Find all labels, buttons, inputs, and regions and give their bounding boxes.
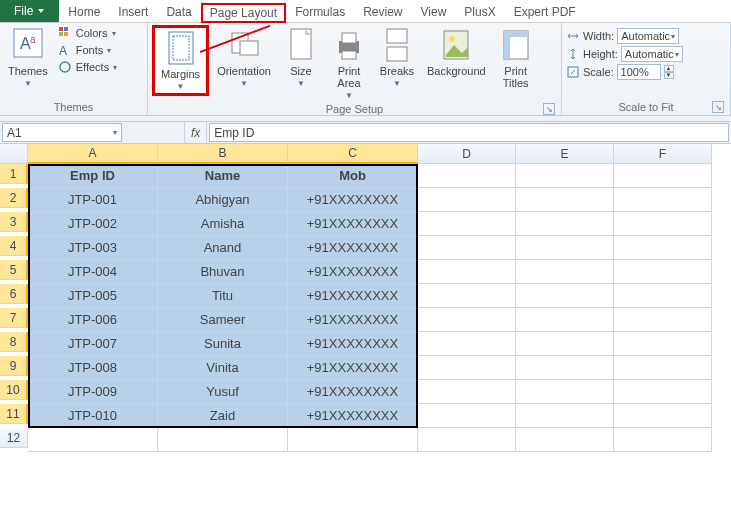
cell[interactable]: Vinita	[158, 356, 288, 380]
row-header[interactable]: 9	[0, 356, 28, 376]
cell[interactable]	[516, 428, 614, 452]
cell[interactable]: JTP-002	[28, 212, 158, 236]
cell[interactable]	[418, 164, 516, 188]
cell[interactable]	[516, 332, 614, 356]
cell[interactable]: JTP-004	[28, 260, 158, 284]
cell[interactable]: Sameer	[158, 308, 288, 332]
cell[interactable]	[516, 284, 614, 308]
fonts-button[interactable]: AFonts▾	[56, 42, 119, 58]
row-header[interactable]: 11	[0, 404, 28, 424]
spreadsheet-grid[interactable]: ABCDEF1Emp IDNameMob2JTP-001Abhigyan+91X…	[0, 144, 731, 452]
tab-page-layout[interactable]: Page Layout	[201, 3, 286, 23]
cell[interactable]	[418, 188, 516, 212]
cell[interactable]: Emp ID	[28, 164, 158, 188]
row-header[interactable]: 10	[0, 380, 28, 400]
cell[interactable]: +91XXXXXXXX	[288, 404, 418, 428]
themes-button[interactable]: Aa Themes ▼	[4, 25, 52, 90]
effects-button[interactable]: Effects▾	[56, 59, 119, 75]
cell[interactable]: Mob	[288, 164, 418, 188]
cell[interactable]	[418, 428, 516, 452]
scale-spinner[interactable]: ▲▼	[664, 65, 674, 79]
row-header[interactable]: 6	[0, 284, 28, 304]
cell[interactable]: Anand	[158, 236, 288, 260]
cell[interactable]	[614, 356, 712, 380]
tab-review[interactable]: Review	[354, 2, 411, 22]
formula-input[interactable]: Emp ID	[209, 123, 729, 142]
background-button[interactable]: Background	[423, 25, 490, 79]
cell[interactable]: Abhigyan	[158, 188, 288, 212]
col-header[interactable]: C	[288, 144, 418, 164]
row-header[interactable]: 5	[0, 260, 28, 280]
colors-button[interactable]: Colors▾	[56, 25, 119, 41]
row-header[interactable]: 2	[0, 188, 28, 208]
cell[interactable]	[418, 356, 516, 380]
fx-button[interactable]: fx	[184, 122, 207, 143]
cell[interactable]	[614, 260, 712, 284]
cell[interactable]: JTP-007	[28, 332, 158, 356]
cell[interactable]: JTP-006	[28, 308, 158, 332]
cell[interactable]	[614, 332, 712, 356]
cell[interactable]: Yusuf	[158, 380, 288, 404]
col-header[interactable]: E	[516, 144, 614, 164]
cell[interactable]: +91XXXXXXXX	[288, 236, 418, 260]
cell[interactable]: Zaid	[158, 404, 288, 428]
row-header[interactable]: 1	[0, 164, 28, 184]
cell[interactable]	[516, 404, 614, 428]
cell[interactable]	[418, 380, 516, 404]
width-field[interactable]: Automatic▾	[617, 28, 679, 44]
cell[interactable]	[418, 236, 516, 260]
cell[interactable]	[418, 260, 516, 284]
col-header[interactable]: D	[418, 144, 516, 164]
tab-formulas[interactable]: Formulas	[286, 2, 354, 22]
row-header[interactable]: 8	[0, 332, 28, 352]
cell[interactable]: Amisha	[158, 212, 288, 236]
cell[interactable]	[614, 164, 712, 188]
cell[interactable]	[516, 356, 614, 380]
cell[interactable]	[418, 332, 516, 356]
col-header[interactable]: A	[28, 144, 158, 164]
cell[interactable]: Name	[158, 164, 288, 188]
cell[interactable]	[614, 380, 712, 404]
cell[interactable]	[516, 188, 614, 212]
cell[interactable]: JTP-005	[28, 284, 158, 308]
select-all-corner[interactable]	[0, 144, 28, 164]
cell[interactable]: JTP-009	[28, 380, 158, 404]
cell[interactable]	[288, 428, 418, 452]
tab-home[interactable]: Home	[59, 2, 109, 22]
cell[interactable]: JTP-010	[28, 404, 158, 428]
print-area-button[interactable]: Print Area ▼	[327, 25, 371, 102]
cell[interactable]: JTP-008	[28, 356, 158, 380]
cell[interactable]: JTP-003	[28, 236, 158, 260]
tab-data[interactable]: Data	[157, 2, 200, 22]
tab-file[interactable]: File	[0, 0, 59, 22]
breaks-button[interactable]: Breaks ▼	[375, 25, 419, 90]
cell[interactable]	[516, 260, 614, 284]
cell[interactable]	[418, 284, 516, 308]
orientation-button[interactable]: Orientation ▼	[213, 25, 275, 90]
cell[interactable]	[418, 404, 516, 428]
cell[interactable]	[516, 380, 614, 404]
print-titles-button[interactable]: Print Titles	[494, 25, 538, 91]
cell[interactable]	[614, 236, 712, 260]
cell[interactable]: +91XXXXXXXX	[288, 188, 418, 212]
size-button[interactable]: Size ▼	[279, 25, 323, 90]
row-header[interactable]: 3	[0, 212, 28, 232]
row-header[interactable]: 12	[0, 428, 28, 448]
cell[interactable]: +91XXXXXXXX	[288, 260, 418, 284]
dialog-launcher-icon[interactable]: ↘	[712, 101, 724, 113]
tab-expert-pdf[interactable]: Expert PDF	[505, 2, 585, 22]
cell[interactable]: +91XXXXXXXX	[288, 284, 418, 308]
cell[interactable]: +91XXXXXXXX	[288, 332, 418, 356]
cell[interactable]: +91XXXXXXXX	[288, 356, 418, 380]
cell[interactable]	[158, 428, 288, 452]
cell[interactable]	[614, 284, 712, 308]
cell[interactable]: +91XXXXXXXX	[288, 308, 418, 332]
cell[interactable]	[614, 428, 712, 452]
cell[interactable]: Titu	[158, 284, 288, 308]
cell[interactable]	[516, 212, 614, 236]
tab-plusx[interactable]: PlusX	[455, 2, 504, 22]
cell[interactable]	[418, 212, 516, 236]
cell[interactable]	[516, 164, 614, 188]
cell[interactable]	[516, 308, 614, 332]
tab-insert[interactable]: Insert	[109, 2, 157, 22]
